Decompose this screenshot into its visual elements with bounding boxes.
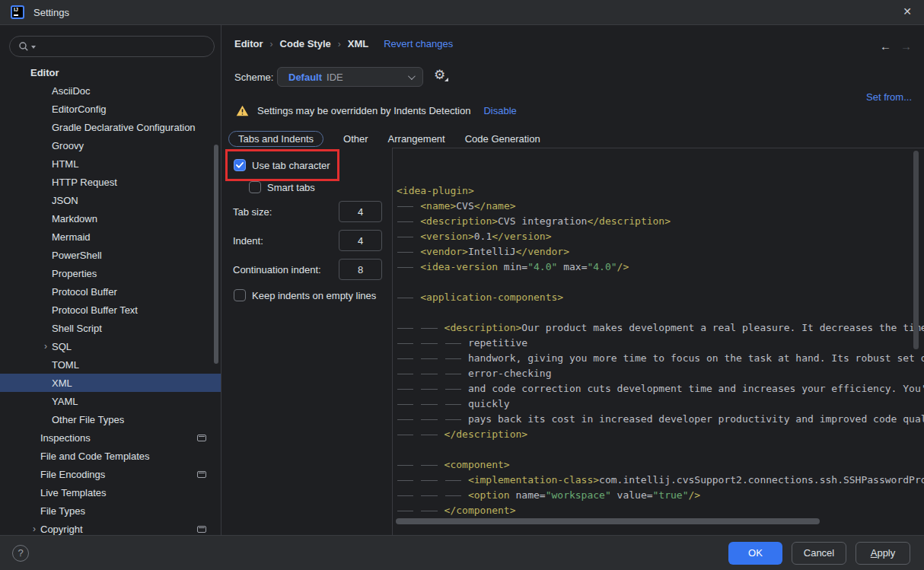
tab-arrangement[interactable]: Arrangement xyxy=(388,132,445,146)
use-tab-character-checkbox[interactable]: Use tab character xyxy=(234,159,330,171)
code-line: and code correction cuts development tim… xyxy=(397,381,924,396)
continuation-indent-label: Continuation indent: xyxy=(233,264,321,275)
sidebar-item-file-encodings[interactable]: File Encodings xyxy=(0,465,221,483)
sidebar-scrollbar[interactable] xyxy=(214,145,218,364)
breadcrumb-code-style[interactable]: Code Style xyxy=(280,38,331,49)
tab-whitespace-indicator xyxy=(397,323,420,333)
tab-whitespace-indicator xyxy=(444,476,468,486)
sidebar-item-label: Live Templates xyxy=(40,487,106,498)
sidebar-item-sql[interactable]: ›SQL xyxy=(0,337,221,355)
code-line: error-checking xyxy=(397,366,924,381)
tab-whitespace-indicator xyxy=(420,476,444,486)
checkbox-unchecked-icon[interactable] xyxy=(249,181,261,193)
code-line: <version>0.1</version> xyxy=(397,229,924,244)
set-from-link[interactable]: Set from... xyxy=(866,91,912,103)
sidebar-item-label: TOML xyxy=(52,359,79,371)
tab-whitespace-indicator xyxy=(420,491,444,501)
scheme-gear-icon[interactable]: ⚙ xyxy=(434,68,445,81)
code-line: <application-components> xyxy=(397,290,924,305)
tab-other[interactable]: Other xyxy=(343,132,368,146)
continuation-indent-input[interactable] xyxy=(339,259,382,280)
tab-whitespace-indicator xyxy=(397,202,420,212)
sidebar-item-toml[interactable]: TOML xyxy=(0,355,221,374)
code-line: <component> xyxy=(397,457,924,473)
search-history-chevron-icon[interactable] xyxy=(31,46,36,49)
forward-icon: → xyxy=(900,40,912,53)
sidebar-item-label: Shell Script xyxy=(52,323,102,334)
sidebar-item-html[interactable]: HTML xyxy=(0,154,221,173)
code-line: repetitive xyxy=(397,336,924,351)
tab-whitespace-indicator xyxy=(397,430,420,440)
sidebar-item-editorconfig[interactable]: EditorConfig xyxy=(0,100,221,118)
sidebar-item-mermaid[interactable]: Mermaid xyxy=(0,228,221,246)
indent-input[interactable] xyxy=(339,230,382,251)
cancel-button[interactable]: Cancel xyxy=(792,542,846,565)
sidebar-item-inspections[interactable]: Inspections xyxy=(0,428,221,447)
use-tab-character-label: Use tab character xyxy=(252,160,330,171)
search-icon xyxy=(18,41,29,52)
sidebar-item-protocol-buffer-text[interactable]: Protocol Buffer Text xyxy=(0,301,221,319)
sidebar-item-label: Groovy xyxy=(52,140,84,151)
code-line: <name>CVS</name> xyxy=(397,199,924,214)
sidebar-item-groovy[interactable]: Groovy xyxy=(0,136,221,154)
sidebar-item-label: XML xyxy=(52,377,72,389)
non-project-settings-icon xyxy=(197,526,206,533)
sidebar-item-label: HTML xyxy=(52,158,78,170)
sidebar-item-protocol-buffer[interactable]: Protocol Buffer xyxy=(0,282,221,301)
chevron-right-icon[interactable]: › xyxy=(40,337,52,355)
search-input[interactable] xyxy=(38,41,208,53)
scheme-dropdown[interactable]: Default IDE xyxy=(277,67,423,87)
tab-whitespace-indicator xyxy=(397,339,420,349)
settings-search-box[interactable] xyxy=(9,36,215,57)
sidebar-item-label: Editor xyxy=(30,67,59,78)
tab-whitespace-indicator xyxy=(397,293,420,303)
sidebar-item-file-and-code-templates[interactable]: File and Code Templates xyxy=(0,447,221,465)
settings-tree: EditorAsciiDocEditorConfigGradle Declara… xyxy=(0,63,221,535)
revert-changes-link[interactable]: Revert changes xyxy=(384,38,453,49)
sidebar-item-gradle-declarative-configuration[interactable]: Gradle Declarative Configuration xyxy=(0,118,221,136)
sidebar-item-powershell[interactable]: PowerShell xyxy=(0,246,221,264)
tab-whitespace-indicator xyxy=(397,369,420,379)
sidebar-item-asciidoc[interactable]: AsciiDoc xyxy=(0,81,221,100)
keep-indents-checkbox[interactable]: Keep indents on empty lines xyxy=(234,289,376,301)
apply-button[interactable]: Apply xyxy=(855,542,910,565)
sidebar-item-markdown[interactable]: Markdown xyxy=(0,209,221,228)
sidebar-item-json[interactable]: JSON xyxy=(0,191,221,209)
checkbox-unchecked-icon[interactable] xyxy=(234,289,246,301)
code-line: <idea-version min="4.0" max="4.0"/> xyxy=(397,260,924,275)
sidebar-item-file-types[interactable]: File Types xyxy=(0,502,221,520)
sidebar-item-http-request[interactable]: HTTP Request xyxy=(0,173,221,191)
sidebar-item-copyright[interactable]: ›Copyright xyxy=(0,520,221,535)
help-icon[interactable]: ? xyxy=(12,545,29,562)
back-icon[interactable]: ← xyxy=(880,40,891,53)
checkbox-checked-icon[interactable] xyxy=(234,159,246,171)
code-line: handwork, giving you more time to focus … xyxy=(397,351,924,366)
sidebar-item-yaml[interactable]: YAML xyxy=(0,392,221,410)
close-icon[interactable]: ✕ xyxy=(903,5,912,18)
tab-whitespace-indicator xyxy=(397,491,420,501)
indent-label: Indent: xyxy=(233,235,263,247)
ok-button[interactable]: OK xyxy=(728,542,782,565)
sidebar-item-other-file-types[interactable]: Other File Types xyxy=(0,410,221,428)
smart-tabs-checkbox[interactable]: Smart tabs xyxy=(249,181,315,193)
sidebar-item-label: Copyright xyxy=(40,524,83,535)
code-vertical-scrollbar[interactable] xyxy=(913,151,919,349)
tab-code-generation[interactable]: Code Generation xyxy=(465,132,540,146)
sidebar-item-live-templates[interactable]: Live Templates xyxy=(0,483,221,502)
sidebar-item-xml[interactable]: XML xyxy=(0,374,221,392)
code-horizontal-scrollbar[interactable] xyxy=(396,518,820,524)
chevron-down-icon xyxy=(408,72,416,80)
sidebar-item-properties[interactable]: Properties xyxy=(0,264,221,282)
sidebar-item-shell-script[interactable]: Shell Script xyxy=(0,319,221,337)
settings-content: Editor › Code Style › XML Revert changes… xyxy=(221,25,924,535)
tab-whitespace-indicator xyxy=(444,354,468,364)
sidebar-item-label: YAML xyxy=(52,396,78,407)
sidebar-item-editor[interactable]: Editor xyxy=(0,63,221,81)
tab-tabs-and-indents[interactable]: Tabs and Indents xyxy=(228,131,323,147)
disable-link[interactable]: Disable xyxy=(483,105,516,116)
breadcrumb-editor[interactable]: Editor xyxy=(234,38,263,49)
code-line xyxy=(397,275,924,290)
chevron-right-icon[interactable]: › xyxy=(28,520,40,535)
tab-size-input[interactable] xyxy=(339,201,382,222)
window-title: Settings xyxy=(33,7,69,18)
